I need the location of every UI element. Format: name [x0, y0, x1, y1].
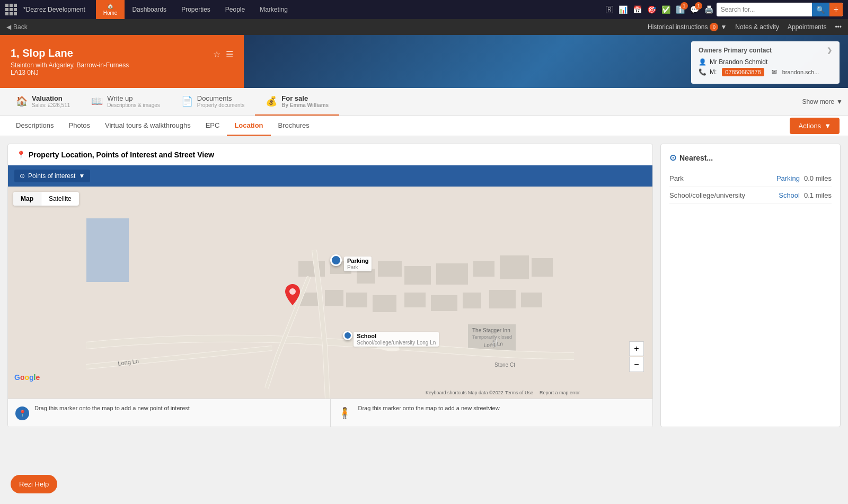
star-icon[interactable]: ☆ — [213, 49, 220, 59]
nav-icon-chart[interactable]: 📊 — [619, 5, 628, 14]
valuation-icon: 🏠 — [16, 95, 28, 107]
search-bar: 🔍 + — [717, 3, 843, 16]
nav-people-label: People — [225, 6, 245, 13]
zoom-out-button[interactable]: − — [629, 357, 644, 372]
sub-tab-descriptions[interactable]: Descriptions — [8, 116, 61, 136]
nav-icon-r[interactable]: 🅁 — [606, 5, 613, 14]
tabs-section: 🏠 Valuation Sales: £326,511 📖 Write up D… — [0, 88, 848, 116]
side-panel: ⊙ Nearest... Park Parking 0.0 miles Scho… — [660, 144, 841, 427]
show-more-icon: ▼ — [836, 98, 843, 105]
drag-poi-item[interactable]: 📍 Drag this marker onto the map to add a… — [8, 399, 331, 427]
map-tab-satellite[interactable]: Satellite — [41, 192, 79, 206]
brand: *Dezrez Development — [5, 4, 85, 15]
nav-item-people[interactable]: People — [218, 0, 252, 19]
actions-label: Actions — [798, 122, 821, 130]
poi-dropdown[interactable]: ⊙ Points of interest ▼ — [14, 170, 90, 182]
red-pin-icon — [285, 284, 300, 305]
property-address: Stainton with Adgarley, Barrow-in-Furnes… — [11, 61, 129, 69]
property-title: 1, Slop Lane — [11, 47, 129, 59]
map-container[interactable]: Long Ln Slop Ln Long Ln Stone Ct The Sta… — [8, 187, 652, 399]
nearest-title: ⊙ Nearest... — [669, 153, 832, 163]
historical-instructions-link[interactable]: Historical instructions 0 ▼ — [648, 23, 727, 31]
documents-icon: 📄 — [181, 95, 193, 107]
tab-forsale-label: For sale — [281, 94, 329, 102]
sub-tab-brochures[interactable]: Brochures — [271, 116, 317, 136]
nav-icon-target[interactable]: 🎯 — [647, 5, 656, 14]
owner-expand-icon[interactable]: ❯ — [827, 47, 832, 54]
nav-icon-printer[interactable]: 🖨️ — [704, 5, 713, 14]
secondary-nav: ◀ Back Historical instructions 0 ▼ Notes… — [0, 19, 848, 35]
search-button[interactable]: 🔍 — [812, 3, 829, 16]
nearest-link-0[interactable]: Parking — [776, 174, 800, 182]
appointments-link[interactable]: Appointments — [788, 23, 826, 31]
svg-rect-9 — [532, 258, 553, 277]
tab-forsale[interactable]: 💰 For sale By Emma Williams — [255, 88, 339, 116]
svg-point-33 — [289, 288, 296, 295]
school-label: SchoolSchool/college/university Long Ln — [354, 332, 439, 347]
info-badge: 1 — [681, 2, 688, 10]
nav-item-home[interactable]: 🏠 Home — [96, 0, 125, 19]
svg-text:🍴: 🍴 — [490, 339, 500, 348]
tab-writeup-sub: Descriptions & images — [107, 102, 160, 108]
tab-documents-label: Documents — [197, 94, 245, 102]
parking-marker: ParkingPark — [330, 254, 372, 271]
writeup-icon: 📖 — [91, 95, 103, 107]
secondary-nav-right: Historical instructions 0 ▼ Notes & acti… — [648, 23, 842, 31]
nav-icon-check[interactable]: ✅ — [661, 5, 670, 14]
svg-rect-18 — [521, 293, 542, 307]
owner-email[interactable]: brandon.sch... — [782, 69, 819, 75]
tab-valuation[interactable]: 🏠 Valuation Sales: £326,511 — [5, 88, 81, 116]
svg-text:Map data ©2022: Map data ©2022 — [468, 390, 504, 395]
map-tab-map[interactable]: Map — [13, 192, 41, 206]
tab-documents[interactable]: 📄 Documents Property documents — [171, 88, 255, 116]
google-logo: Google — [14, 373, 40, 382]
nav-icon-chat[interactable]: 💬1 — [690, 5, 699, 14]
sub-tab-epc[interactable]: EPC — [198, 116, 227, 136]
sub-tab-virtual-tours[interactable]: Virtual tours & walkthroughs — [98, 116, 198, 136]
poi-icon: ⊙ — [20, 172, 25, 180]
phone-icon: 📞 — [699, 68, 706, 76]
show-more-button[interactable]: Show more ▼ — [802, 98, 843, 105]
svg-text:Report a map error: Report a map error — [540, 390, 580, 395]
search-input[interactable] — [717, 6, 812, 13]
property-marker — [285, 284, 300, 307]
sub-tab-photos[interactable]: Photos — [61, 116, 98, 136]
home-icon: 🏠 — [107, 3, 113, 9]
school-dot — [343, 331, 352, 340]
drag-streetview-item[interactable]: 🧍 Drag this marker onto the map to add a… — [331, 399, 653, 427]
nearest-category-1: School/college/university — [669, 191, 745, 199]
nav-home-label: Home — [103, 10, 118, 16]
historical-badge: 0 — [710, 23, 718, 31]
property-header: 1, Slop Lane Stainton with Adgarley, Bar… — [0, 35, 848, 88]
tab-writeup-label: Write up — [107, 94, 160, 102]
nearest-title-text: Nearest... — [679, 154, 713, 162]
grid-icon[interactable] — [5, 4, 17, 15]
zoom-in-button[interactable]: + — [629, 341, 644, 356]
add-button[interactable]: + — [829, 3, 843, 16]
svg-rect-7 — [473, 261, 494, 277]
nav-icons: 🅁 📊 📅 🎯 ✅ ℹ️1 💬1 🖨️ — [606, 5, 713, 14]
notes-activity-link[interactable]: Notes & activity — [735, 23, 779, 31]
nav-item-properties[interactable]: Properties — [174, 0, 218, 19]
back-button[interactable]: ◀ Back — [6, 23, 28, 31]
svg-text:Terms of Use: Terms of Use — [505, 390, 533, 395]
nav-icon-info[interactable]: ℹ️1 — [676, 5, 685, 14]
actions-button[interactable]: Actions ▼ — [790, 118, 840, 134]
nearest-link-1[interactable]: School — [779, 191, 800, 199]
owner-section-title: Owners Primary contact — [699, 47, 772, 54]
tab-valuation-sub: Sales: £326,511 — [32, 102, 70, 108]
svg-rect-12 — [346, 293, 367, 307]
more-options-icon[interactable]: ••• — [835, 23, 842, 31]
nav-item-dashboards[interactable]: Dashboards — [125, 0, 174, 19]
drag-streetview-icon: 🧍 — [338, 406, 353, 421]
nav-icon-calendar[interactable]: 📅 — [633, 5, 642, 14]
tab-writeup[interactable]: 📖 Write up Descriptions & images — [81, 88, 170, 116]
menu-icon[interactable]: ☰ — [226, 49, 233, 59]
back-arrow-icon: ◀ — [6, 23, 11, 31]
sub-tab-location[interactable]: Location — [227, 116, 270, 136]
drag-area: 📍 Drag this marker onto the map to add a… — [8, 399, 652, 427]
nav-item-marketing[interactable]: Marketing — [252, 0, 295, 19]
owner-phone[interactable]: 07850663878 — [722, 68, 764, 76]
nearest-miles-0: 0.0 miles — [804, 174, 832, 182]
svg-text:Stone Ct: Stone Ct — [494, 362, 515, 368]
